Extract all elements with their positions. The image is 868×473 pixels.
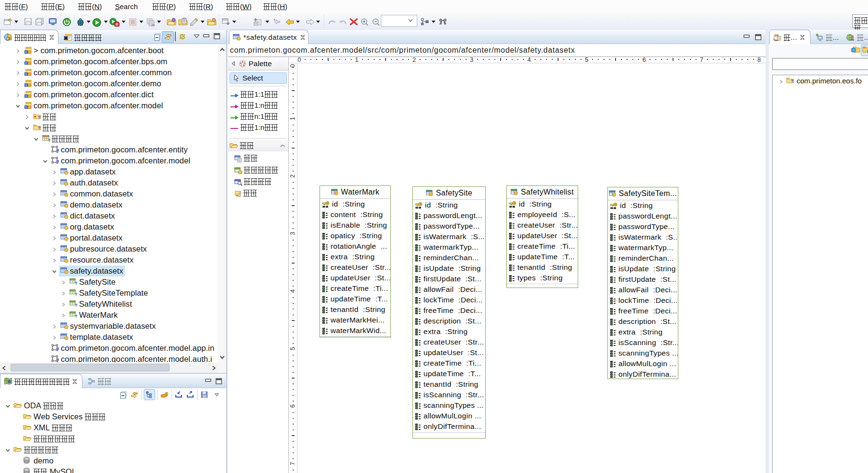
svg-text:?: ? bbox=[38, 115, 41, 120]
svg-text:?: ? bbox=[57, 347, 59, 351]
svg-text:?: ? bbox=[38, 126, 41, 130]
svg-text:?: ? bbox=[75, 314, 78, 318]
svg-text:?: ? bbox=[57, 160, 59, 164]
svg-text:?: ? bbox=[57, 358, 59, 362]
svg-text:?: ? bbox=[57, 149, 59, 153]
svg-text:?: ? bbox=[75, 303, 78, 307]
svg-text:?: ? bbox=[75, 281, 78, 285]
svg-text:?: ? bbox=[48, 138, 51, 142]
svg-text:?: ? bbox=[791, 79, 794, 83]
svg-text:?: ? bbox=[75, 292, 78, 296]
